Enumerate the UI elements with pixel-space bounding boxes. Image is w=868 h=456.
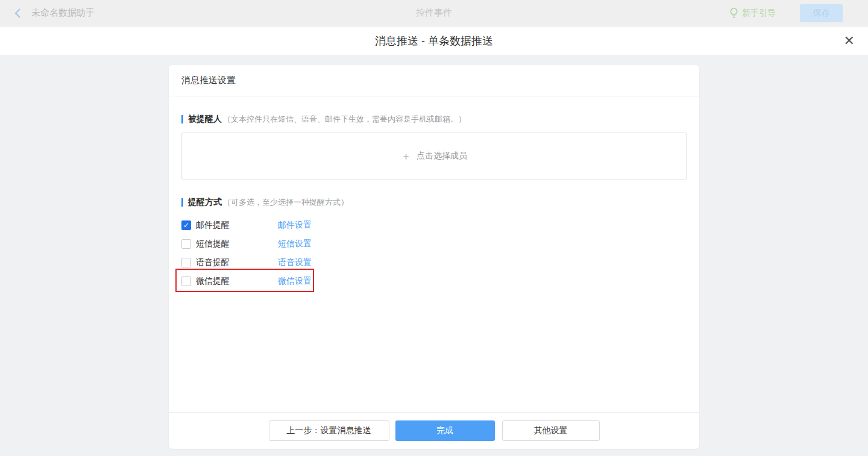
reminder-option-label: 短信提醒	[196, 239, 278, 249]
card-title: 消息推送设置	[169, 65, 699, 96]
message-push-settings-card: 消息推送设置 被提醒人 （文本控件只在短信、语音、邮件下生效，需要内容是手机或邮…	[169, 65, 699, 449]
modal-title: 消息推送 - 单条数据推送	[375, 34, 493, 48]
save-button[interactable]: 保存	[800, 4, 843, 22]
reminder-settings-link[interactable]: 邮件设置	[278, 220, 312, 231]
reminder-option-row: 短信提醒短信设置	[181, 234, 687, 253]
lightbulb-icon	[729, 7, 738, 19]
method-section-header: 提醒方式 （可多选，至少选择一种提醒方式）	[181, 197, 687, 208]
close-icon[interactable]: ✕	[844, 33, 855, 49]
select-member-box[interactable]: ＋ 点击选择成员	[181, 133, 687, 180]
card-footer: 上一步：设置消息推送 完成 其他设置	[169, 412, 699, 449]
topbar-left-group: 未命名数据助手	[13, 7, 95, 19]
checkbox-checked-icon[interactable]: ✓	[181, 220, 191, 230]
checkbox-unchecked-icon[interactable]	[181, 258, 191, 267]
section-accent-bar	[181, 198, 183, 207]
beginner-guide-link[interactable]: 新手引导	[729, 7, 776, 19]
reminder-option-row: 语音提醒语音设置	[181, 253, 687, 272]
plus-icon: ＋	[401, 149, 411, 163]
modal-header: 消息推送 - 单条数据推送 ✕	[0, 27, 868, 56]
recipient-section-title: 被提醒人	[188, 114, 222, 125]
done-button[interactable]: 完成	[395, 420, 495, 441]
reminder-options: ✓邮件提醒邮件设置短信提醒短信设置语音提醒语音设置微信提醒微信设置	[181, 216, 687, 290]
recipient-section-header: 被提醒人 （文本控件只在短信、语音、邮件下生效，需要内容是手机或邮箱。）	[181, 114, 687, 125]
reminder-option-label: 语音提醒	[196, 257, 278, 268]
method-section-note: （可多选，至少选择一种提醒方式）	[223, 197, 348, 208]
card-body: 被提醒人 （文本控件只在短信、语音、邮件下生效，需要内容是手机或邮箱。） ＋ 点…	[169, 114, 699, 290]
reminder-option-label: 微信提醒	[196, 276, 278, 287]
beginner-guide-label: 新手引导	[742, 8, 776, 19]
reminder-settings-link[interactable]: 短信设置	[278, 239, 312, 249]
reminder-settings-link[interactable]: 语音设置	[278, 257, 312, 268]
section-accent-bar	[181, 115, 183, 123]
select-member-label: 点击选择成员	[417, 151, 467, 161]
reminder-option-label: 邮件提醒	[196, 220, 278, 231]
back-chevron-icon[interactable]	[13, 8, 23, 19]
checkbox-unchecked-icon[interactable]	[181, 276, 191, 286]
recipient-section-note: （文本控件只在短信、语音、邮件下生效，需要内容是手机或邮箱。）	[223, 114, 466, 125]
screen: 未命名数据助手 控件事件 新手引导 保存 消息推送 - 单条数据推送 ✕ 消息推…	[0, 0, 868, 456]
top-app-bar: 未命名数据助手 控件事件 新手引导 保存	[0, 0, 868, 27]
method-section-title: 提醒方式	[188, 197, 222, 208]
assistant-title: 未命名数据助手	[31, 7, 95, 19]
reminder-settings-link[interactable]: 微信设置	[278, 276, 312, 287]
previous-step-button[interactable]: 上一步：设置消息推送	[269, 420, 389, 441]
checkbox-unchecked-icon[interactable]	[181, 239, 191, 249]
other-settings-button[interactable]: 其他设置	[502, 420, 600, 441]
reminder-option-row: 微信提醒微信设置	[181, 272, 687, 290]
reminder-option-row: ✓邮件提醒邮件设置	[181, 216, 687, 234]
topbar-right-group: 新手引导 保存	[729, 4, 843, 22]
